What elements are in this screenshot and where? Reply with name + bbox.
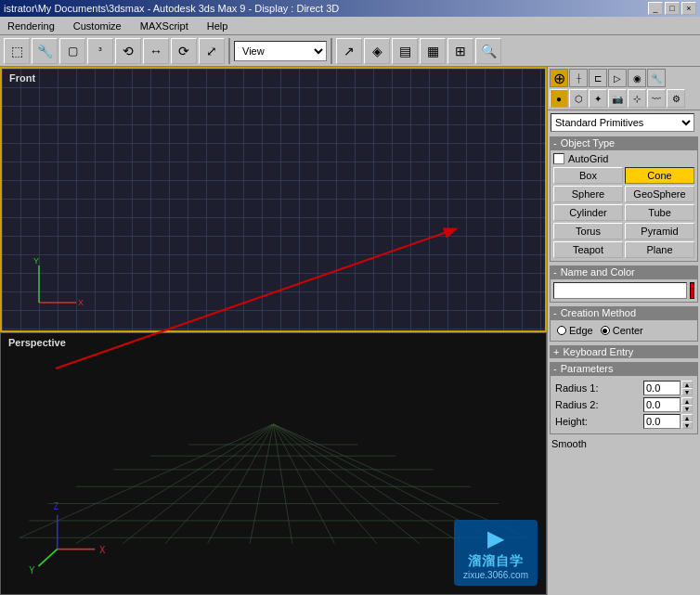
obj-btn-plane[interactable]: Plane	[625, 241, 694, 258]
parameters-label: Parameters	[561, 363, 614, 374]
radio-edge-dot[interactable]	[557, 326, 566, 335]
toolbar-btn-9[interactable]: ↗	[336, 38, 362, 64]
close-button[interactable]: ×	[681, 2, 696, 15]
toolbar-btn-5[interactable]: ⟲	[115, 38, 141, 64]
toolbar-btn-11[interactable]: ▤	[392, 38, 418, 64]
param-input-radius1: ▲ ▼	[643, 381, 693, 395]
obj-btn-geosphere[interactable]: GeoSphere	[625, 186, 694, 202]
panel-tab-modify[interactable]: ⟊	[569, 69, 588, 87]
spinner-radius2-up[interactable]: ▲	[681, 397, 693, 405]
radio-center-label: Center	[613, 325, 643, 336]
object-type-section: - Object Type AutoGrid Box Cone Sphere G…	[550, 136, 698, 262]
toolbar-btn-4[interactable]: ³	[87, 38, 113, 64]
keyboard-entry-header[interactable]: + Keyboard Entry	[550, 345, 698, 358]
menu-customize[interactable]: Customize	[68, 19, 127, 33]
window-controls: _ □ ×	[648, 2, 696, 15]
obj-btn-pyramid[interactable]: Pyramid	[625, 223, 694, 239]
lights-icon[interactable]: ✦	[589, 89, 607, 108]
name-input[interactable]	[553, 282, 687, 299]
systems-icon[interactable]: ⚙	[667, 89, 685, 108]
primitive-dropdown[interactable]: Standard Primitives Extended Primitives …	[551, 113, 694, 132]
title-text: istrator\My Documents\3dsmax - Autodesk …	[4, 3, 339, 14]
toolbar-dropdown[interactable]: View	[234, 41, 327, 61]
spinner-radius1-up[interactable]: ▲	[681, 381, 693, 388]
minimize-button[interactable]: _	[648, 2, 663, 15]
spinner-height-up[interactable]: ▲	[681, 414, 693, 421]
primitive-select[interactable]: Standard Primitives Extended Primitives …	[551, 113, 697, 132]
radio-edge-label: Edge	[569, 325, 593, 336]
title-bar: istrator\My Documents\3dsmax - Autodesk …	[0, 0, 700, 17]
autogrid-row: AutoGrid	[553, 153, 694, 164]
radio-edge[interactable]: Edge	[557, 325, 593, 336]
cameras-icon[interactable]: 📷	[608, 89, 627, 108]
toolbar: ⬚ 🔧 ▢ ³ ⟲ ↔ ⟳ ⤢ View ↗ ◈ ▤ ▦ ⊞ 🔍	[0, 35, 700, 67]
param-row-radius2: Radius 2: ▲ ▼	[553, 397, 694, 412]
front-viewport-label: Front	[9, 72, 35, 84]
name-color-body	[550, 278, 698, 303]
helpers-icon[interactable]: ⊹	[628, 89, 646, 108]
spinner-radius2-down[interactable]: ▼	[681, 405, 693, 412]
spacewarps-icon[interactable]: 〰	[647, 89, 666, 108]
color-swatch[interactable]	[690, 282, 694, 299]
obj-btn-box[interactable]: Box	[553, 167, 623, 184]
panel-tab-motion[interactable]: ▷	[608, 69, 627, 87]
panel-tab-display[interactable]: ◉	[628, 69, 646, 87]
toolbar-btn-8[interactable]: ⤢	[199, 38, 225, 64]
param-input-radius1-field[interactable]	[643, 381, 681, 395]
creation-method-options: Edge Center	[553, 323, 694, 338]
maximize-button[interactable]: □	[665, 2, 680, 15]
obj-btn-tube[interactable]: Tube	[625, 204, 694, 221]
param-label-radius1: Radius 1:	[555, 382, 598, 394]
menu-bar: Rendering Customize MAXScript Help	[0, 17, 700, 35]
spinner-radius1-down[interactable]: ▼	[681, 388, 693, 395]
front-axes: X Y	[30, 256, 85, 312]
icon-row: ● ⬡ ✦ 📷 ⊹ 〰 ⚙	[548, 87, 700, 110]
name-color-row	[553, 282, 694, 299]
param-input-height-field[interactable]	[643, 414, 681, 429]
object-type-header[interactable]: - Object Type	[550, 136, 698, 149]
svg-rect-4	[1, 333, 546, 595]
panel-tab-hierarchy[interactable]: ⊏	[589, 69, 607, 87]
creation-method-label: Creation Method	[561, 307, 636, 318]
viewports-panel: Front X Y Perspective	[0, 67, 547, 595]
keyboard-entry-label: Keyboard Entry	[563, 346, 633, 357]
obj-btn-teapot[interactable]: Teapot	[553, 241, 623, 258]
obj-btn-cylinder[interactable]: Cylinder	[553, 204, 623, 221]
svg-text:X: X	[78, 298, 84, 307]
autogrid-checkbox[interactable]	[553, 153, 564, 164]
name-color-header[interactable]: - Name and Color	[550, 265, 698, 278]
creation-method-section: - Creation Method Edge Center	[550, 306, 698, 342]
spinner-height-down[interactable]: ▼	[681, 421, 693, 429]
param-input-radius2-field[interactable]	[643, 397, 681, 412]
toolbar-btn-10[interactable]: ◈	[364, 38, 390, 64]
creation-method-header[interactable]: - Creation Method	[550, 306, 698, 319]
spinner-radius1: ▲ ▼	[681, 381, 693, 395]
geometry-icon[interactable]: ●	[550, 89, 568, 108]
panel-tabs: ⊕ ⟊ ⊏ ▷ ◉ 🔧	[548, 67, 700, 87]
radio-center-dot[interactable]	[601, 326, 610, 335]
panel-tab-utilities[interactable]: 🔧	[647, 69, 666, 87]
object-type-grid: Box Cone Sphere GeoSphere Cylinder Tube …	[553, 167, 694, 258]
toolbar-btn-6[interactable]: ↔	[143, 38, 169, 64]
toolbar-btn-1[interactable]: ⬚	[4, 38, 30, 64]
toolbar-btn-3[interactable]: ▢	[59, 38, 85, 64]
keyboard-entry-plus: +	[553, 346, 559, 357]
parameters-header[interactable]: - Parameters	[550, 362, 698, 375]
front-viewport[interactable]: Front X Y	[0, 67, 547, 332]
toolbar-btn-12[interactable]: ▦	[420, 38, 446, 64]
perspective-viewport[interactable]: Perspective	[0, 332, 547, 596]
obj-btn-cone[interactable]: Cone	[625, 167, 694, 184]
obj-btn-sphere[interactable]: Sphere	[553, 186, 623, 202]
object-type-label: Object Type	[561, 137, 616, 149]
menu-rendering[interactable]: Rendering	[2, 19, 60, 33]
menu-maxscript[interactable]: MAXScript	[135, 19, 194, 33]
radio-center[interactable]: Center	[601, 325, 643, 336]
toolbar-btn-13[interactable]: ⊞	[447, 38, 473, 64]
toolbar-btn-14[interactable]: 🔍	[475, 38, 501, 64]
panel-tab-create[interactable]: ⊕	[550, 69, 568, 87]
obj-btn-torus[interactable]: Torus	[553, 223, 623, 239]
shapes-icon[interactable]: ⬡	[569, 89, 588, 108]
menu-help[interactable]: Help	[201, 19, 234, 33]
toolbar-btn-7[interactable]: ⟳	[171, 38, 197, 64]
toolbar-btn-2[interactable]: 🔧	[32, 38, 58, 64]
